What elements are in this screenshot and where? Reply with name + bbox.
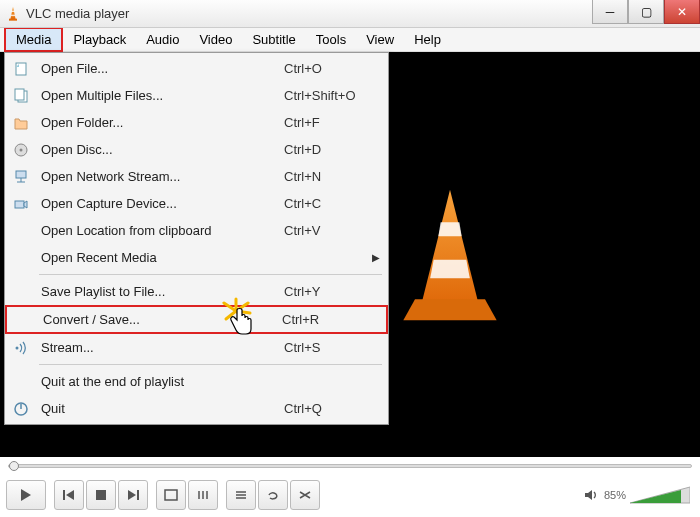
svg-rect-31 [96, 490, 106, 500]
menu-item-shortcut: Ctrl+Y [284, 284, 384, 299]
menu-item-label: Open Location from clipboard [33, 223, 284, 238]
menu-item-label: Open File... [33, 61, 284, 76]
svg-rect-14 [16, 171, 26, 178]
menu-media[interactable]: Media [4, 27, 63, 52]
svg-marker-6 [430, 259, 470, 278]
menu-item-label: Open Multiple Files... [33, 88, 284, 103]
loop-button[interactable] [258, 480, 288, 510]
menu-item-shortcut: Ctrl+D [284, 142, 384, 157]
fullscreen-button[interactable] [156, 480, 186, 510]
stream-icon [9, 340, 33, 356]
menu-subtitle[interactable]: Subtitle [242, 29, 305, 50]
svg-rect-17 [15, 201, 24, 208]
quit-icon [9, 401, 33, 417]
menu-item-open-folder[interactable]: Open Folder...Ctrl+F [5, 109, 388, 136]
menu-item-shortcut: Ctrl+R [282, 312, 382, 327]
menu-item-label: Quit at the end of playlist [33, 374, 284, 389]
menu-item-label: Open Recent Media [33, 250, 284, 265]
menu-view[interactable]: View [356, 29, 404, 50]
menu-tools[interactable]: Tools [306, 29, 356, 50]
svg-rect-1 [11, 10, 14, 11]
vlc-cone-icon [6, 6, 20, 22]
volume-percent: 85% [604, 489, 626, 501]
volume-control[interactable]: 85% [584, 485, 690, 505]
menu-item-stream[interactable]: Stream...Ctrl+S [5, 334, 388, 361]
playback-controls: 85% [6, 477, 694, 513]
svg-rect-2 [11, 14, 15, 15]
svg-point-13 [20, 148, 23, 151]
svg-marker-5 [438, 222, 461, 236]
menu-item-shortcut: Ctrl+Q [284, 401, 384, 416]
folder-icon [9, 115, 33, 131]
seek-bar[interactable] [8, 461, 692, 471]
window-controls: ─ ▢ ✕ [592, 0, 700, 24]
shuffle-button[interactable] [290, 480, 320, 510]
menu-item-label: Open Capture Device... [33, 196, 284, 211]
capture-icon [9, 196, 33, 212]
minimize-button[interactable]: ─ [592, 0, 628, 24]
stop-button[interactable] [86, 480, 116, 510]
menu-item-shortcut: Ctrl+F [284, 115, 384, 130]
ext-settings-button[interactable] [188, 480, 218, 510]
menu-item-open-file[interactable]: Open File...Ctrl+O [5, 55, 388, 82]
vlc-logo-large [390, 185, 510, 325]
files-icon [9, 88, 33, 104]
menu-item-label: Open Network Stream... [33, 169, 284, 184]
maximize-button[interactable]: ▢ [628, 0, 664, 24]
menu-item-label: Open Disc... [33, 142, 284, 157]
close-button[interactable]: ✕ [664, 0, 700, 24]
menu-item-open-multiple-files[interactable]: Open Multiple Files...Ctrl+Shift+O [5, 82, 388, 109]
svg-rect-29 [63, 490, 65, 500]
menu-item-shortcut: Ctrl+V [284, 223, 384, 238]
media-menu-dropdown: Open File...Ctrl+OOpen Multiple Files...… [4, 52, 389, 425]
menubar: MediaPlaybackAudioVideoSubtitleToolsView… [0, 28, 700, 52]
menu-item-convert-save[interactable]: Convert / Save...Ctrl+R [5, 305, 388, 334]
menu-item-open-network-stream[interactable]: Open Network Stream...Ctrl+N [5, 163, 388, 190]
network-icon [9, 169, 33, 185]
menu-item-save-playlist-to-file[interactable]: Save Playlist to File...Ctrl+Y [5, 278, 388, 305]
svg-rect-8 [16, 63, 26, 75]
seek-thumb[interactable] [9, 461, 19, 471]
menu-item-open-location-from-clipboard[interactable]: Open Location from clipboardCtrl+V [5, 217, 388, 244]
menu-item-open-disc[interactable]: Open Disc...Ctrl+D [5, 136, 388, 163]
menu-item-shortcut: Ctrl+N [284, 169, 384, 184]
menu-audio[interactable]: Audio [136, 29, 189, 50]
menu-item-open-recent-media[interactable]: Open Recent Media▶ [5, 244, 388, 271]
menu-item-label: Stream... [33, 340, 284, 355]
menu-item-open-capture-device[interactable]: Open Capture Device...Ctrl+C [5, 190, 388, 217]
menu-video[interactable]: Video [189, 29, 242, 50]
svg-marker-32 [128, 490, 136, 500]
svg-marker-4 [422, 189, 478, 301]
volume-slider[interactable] [630, 485, 690, 505]
next-button[interactable] [118, 480, 148, 510]
window-title: VLC media player [26, 6, 129, 21]
svg-marker-41 [585, 490, 592, 500]
disc-icon [9, 142, 33, 158]
menu-item-quit[interactable]: QuitCtrl+Q [5, 395, 388, 422]
menu-item-label: Convert / Save... [35, 312, 282, 327]
menu-item-label: Open Folder... [33, 115, 284, 130]
menu-item-shortcut: Ctrl+C [284, 196, 384, 211]
svg-marker-28 [21, 489, 31, 501]
svg-point-19 [16, 346, 19, 349]
svg-rect-33 [137, 490, 139, 500]
menu-help[interactable]: Help [404, 29, 451, 50]
menu-item-shortcut: Ctrl+S [284, 340, 384, 355]
menu-item-label: Quit [33, 401, 284, 416]
seek-track[interactable] [8, 464, 692, 468]
svg-marker-30 [66, 490, 74, 500]
menu-item-shortcut: Ctrl+O [284, 61, 384, 76]
svg-marker-7 [403, 299, 496, 320]
svg-rect-11 [15, 89, 24, 100]
svg-rect-34 [165, 490, 177, 500]
file-icon [9, 61, 33, 77]
menu-item-shortcut: Ctrl+Shift+O [284, 88, 384, 103]
prev-button[interactable] [54, 480, 84, 510]
speaker-icon [584, 488, 600, 502]
svg-marker-0 [10, 6, 15, 19]
menu-item-label: Save Playlist to File... [33, 284, 284, 299]
play-button[interactable] [6, 480, 46, 510]
menu-playback[interactable]: Playback [63, 29, 136, 50]
playlist-button[interactable] [226, 480, 256, 510]
menu-item-quit-at-the-end-of-playlist[interactable]: Quit at the end of playlist [5, 368, 388, 395]
